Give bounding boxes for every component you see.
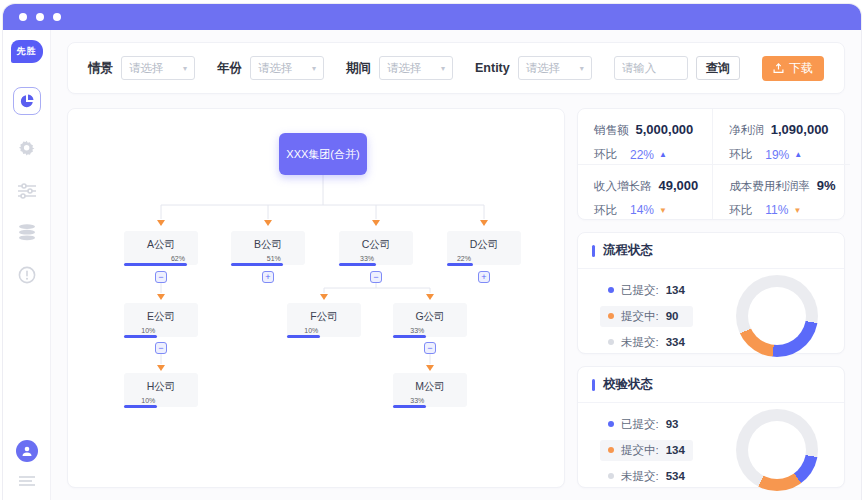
section-title: 校验状态 xyxy=(603,376,653,393)
legend-item-submitting[interactable]: 提交中: 134 xyxy=(600,440,693,461)
progress-bar xyxy=(124,405,157,408)
keyword-input[interactable] xyxy=(614,56,688,80)
legend-item-submitted[interactable]: 已提交: 93 xyxy=(600,414,693,435)
period-select[interactable]: 请选择 ▾ xyxy=(379,56,453,80)
org-node-m[interactable]: M公司 33% xyxy=(393,373,467,407)
org-node-g[interactable]: G公司 33% xyxy=(393,303,467,337)
chevron-down-icon: ▾ xyxy=(183,64,187,73)
org-node-e[interactable]: E公司 10% xyxy=(124,303,198,337)
query-button[interactable]: 查询 xyxy=(696,56,740,80)
window-close-dot[interactable] xyxy=(19,13,27,21)
download-icon xyxy=(773,63,784,74)
window-maximize-dot[interactable] xyxy=(53,13,61,21)
progress-bar xyxy=(287,335,320,338)
progress-bar xyxy=(447,263,473,266)
org-node-f[interactable]: F公司 10% xyxy=(287,303,361,337)
trend-up-icon: ▲ xyxy=(794,150,802,159)
title-marker xyxy=(592,379,595,391)
progress-bar xyxy=(393,405,426,408)
window-titlebar xyxy=(3,4,861,30)
entity-select[interactable]: 请选择 ▾ xyxy=(518,56,592,80)
gear-icon xyxy=(18,140,36,158)
chevron-down-icon: ▾ xyxy=(312,64,316,73)
sidebar-item-database[interactable] xyxy=(18,224,36,241)
scenario-select[interactable]: 请选择 ▾ xyxy=(121,56,195,80)
kpi-panel: 销售额5,000,000 环比22%▲ 净利润1,090,000 环比19%▲ … xyxy=(577,108,845,220)
filter-toolbar: 情景 请选择 ▾ 年份 请选择 ▾ 期间 请选择 xyxy=(67,42,845,94)
legend-item-not-submitted[interactable]: 未提交: 534 xyxy=(600,466,693,487)
sidebar-item-dashboard[interactable] xyxy=(13,87,41,115)
legend-item-submitting[interactable]: 提交中: 90 xyxy=(600,306,693,327)
database-icon xyxy=(18,224,36,241)
expand-toggle-b[interactable]: + xyxy=(262,271,274,283)
org-node-a[interactable]: A公司 62% xyxy=(124,231,198,265)
expand-toggle-d[interactable]: + xyxy=(478,271,490,283)
brand-logo: 先胜 xyxy=(11,40,43,63)
legend-dot xyxy=(608,339,614,345)
legend-dot xyxy=(608,287,614,293)
legend-dot xyxy=(608,421,614,427)
user-avatar[interactable] xyxy=(16,440,38,462)
sliders-icon xyxy=(18,183,36,199)
collapse-toggle-c[interactable]: − xyxy=(370,271,382,283)
window-minimize-dot[interactable] xyxy=(36,13,44,21)
trend-down-icon: ▼ xyxy=(793,206,801,215)
process-status-card: 流程状态 已提交: 134 提交 xyxy=(577,232,845,354)
download-button[interactable]: 下载 xyxy=(762,56,824,81)
org-node-d[interactable]: D公司 22% xyxy=(447,231,521,265)
legend-item-not-submitted[interactable]: 未提交: 334 xyxy=(600,332,693,353)
period-label: 期间 xyxy=(346,60,371,77)
collapse-toggle-a[interactable]: − xyxy=(155,271,167,283)
sidebar-item-logs[interactable] xyxy=(19,476,35,488)
org-node-c[interactable]: C公司 33% xyxy=(339,231,413,265)
validation-status-donut xyxy=(736,409,818,491)
pie-chart-icon xyxy=(19,93,35,109)
org-node-b[interactable]: B公司 51% xyxy=(231,231,305,265)
collapse-toggle-g[interactable]: − xyxy=(424,342,436,354)
collapse-toggle-e[interactable]: − xyxy=(155,342,167,354)
user-icon xyxy=(21,445,33,457)
year-select[interactable]: 请选择 ▾ xyxy=(250,56,324,80)
sidebar: 先胜 xyxy=(3,30,51,500)
progress-bar xyxy=(339,263,376,266)
app-window: 先胜 xyxy=(3,4,861,500)
progress-bar xyxy=(393,335,426,338)
entity-label: Entity xyxy=(475,61,510,75)
kpi-revenue-growth: 收入增长路49,000 环比14%▼ xyxy=(578,165,713,220)
title-marker xyxy=(592,245,595,257)
year-label: 年份 xyxy=(217,60,242,77)
process-status-donut xyxy=(736,275,818,357)
legend-dot xyxy=(608,447,614,453)
kpi-net-profit: 净利润1,090,000 环比19%▲ xyxy=(713,109,849,165)
trend-down-icon: ▼ xyxy=(659,206,667,215)
section-title: 流程状态 xyxy=(603,242,653,259)
warning-circle-icon xyxy=(18,266,36,284)
list-icon xyxy=(19,476,35,488)
legend-dot xyxy=(608,473,614,479)
org-chart-panel: XXX集团(合并) A公司 62% B公司 51% C公司 33% xyxy=(67,108,565,488)
trend-up-icon: ▲ xyxy=(659,150,667,159)
validation-status-card: 校验状态 已提交: 93 提交中 xyxy=(577,366,845,488)
legend-item-submitted[interactable]: 已提交: 134 xyxy=(600,280,693,301)
chevron-down-icon: ▾ xyxy=(441,64,445,73)
kpi-sales: 销售额5,000,000 环比22%▲ xyxy=(578,109,713,165)
progress-bar xyxy=(124,335,157,338)
org-node-h[interactable]: H公司 10% xyxy=(124,373,198,407)
sidebar-item-filters[interactable] xyxy=(18,183,36,199)
legend-dot xyxy=(608,313,614,319)
chevron-down-icon: ▾ xyxy=(580,64,584,73)
scenario-label: 情景 xyxy=(88,60,113,77)
progress-bar xyxy=(231,263,283,266)
org-node-root[interactable]: XXX集团(合并) xyxy=(279,133,367,175)
kpi-cost-profit-ratio: 成本费用利润率9% 环比11%▼ xyxy=(713,165,849,220)
sidebar-item-alerts[interactable] xyxy=(18,266,36,284)
sidebar-item-settings[interactable] xyxy=(18,140,36,158)
progress-bar xyxy=(124,263,187,266)
